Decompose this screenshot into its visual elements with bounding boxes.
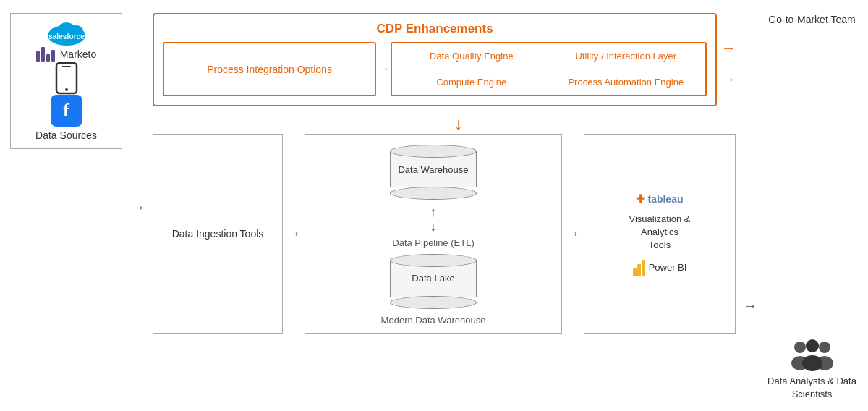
cdp-right-grid: Data Quality Engine Utility / Interactio… [391, 42, 707, 96]
viz-to-right-arrow: → [740, 297, 760, 314]
powerbi-label: Power BI [649, 262, 687, 273]
svg-point-12 [806, 339, 819, 352]
svg-point-6 [65, 88, 68, 91]
viz-box: ✚ tableau Visualization &AnalyticsTools … [584, 134, 736, 334]
process-integration-box: Process Integration Options [163, 42, 376, 96]
viz-label: Visualization &AnalyticsTools [629, 213, 690, 253]
etl-label: Data Pipeline (ETL) [392, 237, 474, 248]
powerbi-icon: Power BI [633, 260, 687, 276]
data-warehouse-cylinder: Data Warehouse [390, 145, 477, 200]
process-automation-label: Process Automation Engine [551, 74, 701, 90]
marketo-icon: Marketo [36, 47, 97, 62]
tableau-icon: ✚ tableau [636, 192, 683, 206]
etl-arrows: ↑ ↓ [430, 206, 436, 234]
svg-point-13 [802, 355, 822, 371]
cdp-down-arrow: ↓ [454, 114, 463, 134]
warehouse-label: Data Warehouse [398, 164, 468, 175]
lake-label: Data Lake [412, 273, 454, 284]
data-sources-column: salesforce Marketo f Data Sources [10, 13, 122, 149]
cdp-arrow-bottom: → [721, 71, 736, 88]
utility-layer-label: Utility / Interaction Layer [551, 48, 701, 64]
ingestion-box: Data Ingestion Tools [153, 134, 283, 334]
mdw-title: Modern Data Warehouse [381, 315, 486, 326]
gtm-label: Go-to-Market Team [768, 13, 855, 27]
ingestion-to-mdw-arrow: → [283, 225, 305, 242]
cdp-inner-arrow-left: → [380, 42, 386, 96]
mdw-to-viz-arrow: → [562, 225, 584, 242]
cdp-title: CDP Enhancements [163, 22, 707, 36]
svg-text:salesforce: salesforce [48, 33, 85, 41]
etl-section: ↑ ↓ Data Pipeline (ETL) [392, 206, 474, 248]
mdw-box: Data Warehouse ↑ ↓ Data Pipeline (ETL) [305, 134, 562, 334]
cdp-arrow-top: → [721, 40, 736, 56]
salesforce-icon: salesforce [47, 21, 86, 47]
marketo-label: Marketo [60, 48, 97, 60]
analysts-block: Data Analysts & Data Scientists [766, 339, 858, 401]
middle-section: CDP Enhancements Process Integration Opt… [148, 13, 740, 334]
facebook-icon: f [51, 95, 82, 127]
svg-point-10 [819, 342, 830, 353]
ingestion-label: Data Ingestion Tools [172, 228, 264, 240]
bottom-row: Data Ingestion Tools → Data Warehouse [153, 134, 736, 334]
cdp-box: CDP Enhancements Process Integration Opt… [153, 13, 717, 106]
diagram: salesforce Marketo f Data Sources [0, 0, 868, 411]
tableau-label: tableau [647, 193, 683, 205]
analysts-label: Data Analysts & Data Scientists [766, 375, 858, 401]
analysts-icon [787, 339, 838, 372]
sources-to-ingestion-arrow: → [128, 199, 148, 216]
mobile-icon [55, 62, 78, 95]
gtm-section: Go-to-Market Team [766, 13, 858, 27]
data-quality-label: Data Quality Engine [396, 48, 546, 64]
right-column: Go-to-Market Team Data Analysts & Data S… [760, 13, 858, 401]
cdp-outer-row: CDP Enhancements Process Integration Opt… [153, 13, 736, 114]
svg-point-8 [794, 342, 806, 353]
cdp-down-arrow-area: ↓ [153, 114, 736, 134]
cdp-right-arrows: → → [717, 40, 736, 88]
data-sources-label: Data Sources [35, 130, 97, 141]
compute-engine-label: Compute Engine [396, 74, 546, 90]
svg-rect-7 [62, 66, 71, 67]
data-lake-cylinder: Data Lake [390, 254, 477, 309]
process-integration-label: Process Integration Options [207, 64, 332, 75]
